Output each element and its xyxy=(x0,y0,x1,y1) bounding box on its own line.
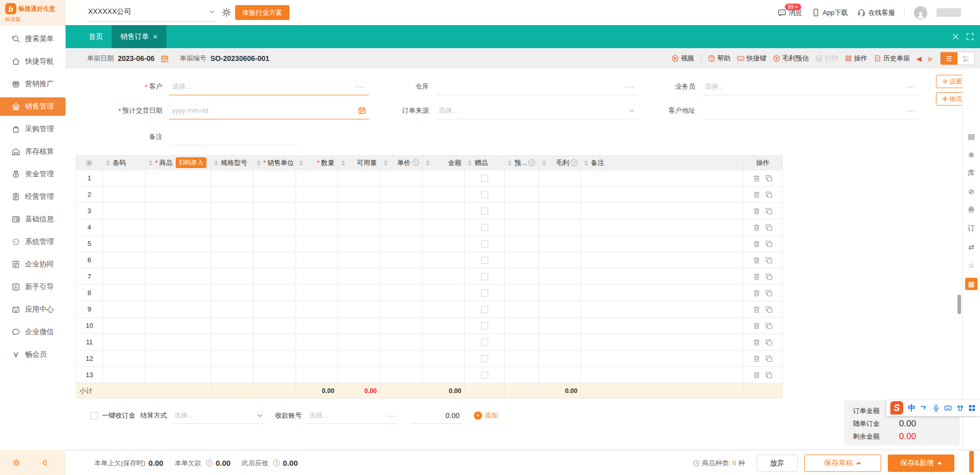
delete-row-icon[interactable] xyxy=(753,273,760,280)
cell-qty[interactable] xyxy=(296,269,338,285)
help-icon[interactable]: ? xyxy=(206,460,213,466)
cell-price[interactable] xyxy=(381,269,423,285)
toolbox-icon[interactable] xyxy=(968,404,976,412)
sidebar-item-funds[interactable]: 资金管理 xyxy=(0,165,66,183)
cell-profit[interactable] xyxy=(539,301,581,318)
cell-estimate[interactable] xyxy=(505,187,539,203)
delete-row-icon[interactable] xyxy=(753,290,760,297)
cell-product[interactable] xyxy=(145,187,211,203)
sidebar-item-member[interactable]: V畅会员 xyxy=(0,345,66,364)
cell-profit[interactable] xyxy=(539,318,581,334)
cell-qty[interactable] xyxy=(296,219,338,236)
more-icon[interactable]: ··· xyxy=(906,82,916,91)
gift-checkbox[interactable] xyxy=(481,306,488,313)
cancel-button[interactable]: 放弃 xyxy=(757,455,798,472)
cell-available[interactable] xyxy=(338,219,381,236)
gift-checkbox[interactable] xyxy=(481,175,488,182)
operations-button[interactable]: 操作 xyxy=(845,54,867,63)
cell-spec[interactable] xyxy=(211,318,254,334)
cell-price[interactable] xyxy=(381,367,423,383)
sort-arrows-icon[interactable] xyxy=(214,160,218,166)
sort-arrows-icon[interactable] xyxy=(257,160,261,166)
cell-spec[interactable] xyxy=(211,285,254,301)
cell-remark[interactable] xyxy=(581,334,743,350)
cell-unit[interactable] xyxy=(254,350,296,367)
cell-available[interactable] xyxy=(338,203,381,219)
cell-unit[interactable] xyxy=(254,269,296,285)
sort-arrows-icon[interactable] xyxy=(149,160,153,166)
warehouse-input[interactable]: ··· xyxy=(435,78,638,95)
gift-checkbox[interactable] xyxy=(481,224,488,231)
copy-row-icon[interactable] xyxy=(765,208,773,215)
cell-amount[interactable] xyxy=(423,170,465,187)
gift-checkbox[interactable] xyxy=(481,339,488,346)
copy-row-icon[interactable] xyxy=(765,273,773,280)
cell-qty[interactable] xyxy=(296,252,338,269)
company-settings-gear-icon[interactable] xyxy=(221,7,232,17)
cell-qty[interactable] xyxy=(296,170,338,187)
cell-unit[interactable] xyxy=(254,236,296,252)
sort-arrows-icon[interactable] xyxy=(542,160,546,166)
sort-arrows-icon[interactable] xyxy=(341,160,345,166)
cell-product[interactable] xyxy=(145,252,211,269)
gift-checkbox[interactable] xyxy=(481,208,488,215)
history-button[interactable]: 历史单据 xyxy=(874,54,910,63)
cell-qty[interactable] xyxy=(296,187,338,203)
cell-available[interactable] xyxy=(338,334,381,350)
sidebar-item-system[interactable]: 系统管理 xyxy=(0,233,66,251)
cell-barcode[interactable] xyxy=(103,367,145,383)
order-source-select[interactable]: 选择... xyxy=(435,102,638,119)
cell-barcode[interactable] xyxy=(103,170,145,187)
copy-row-icon[interactable] xyxy=(765,322,773,329)
cell-profit[interactable] xyxy=(539,285,581,301)
column-header-available[interactable]: 可用量 xyxy=(338,156,381,170)
column-header-price[interactable]: 单价? xyxy=(381,156,423,170)
collapse-sidebar-icon[interactable] xyxy=(40,459,48,467)
customer-input[interactable]: 选择... ··· xyxy=(169,78,369,95)
doc-no-value[interactable]: SO-20230606-001 xyxy=(211,54,269,63)
column-header-estimate[interactable]: 预...? xyxy=(505,156,539,170)
cell-qty[interactable] xyxy=(296,334,338,350)
cell-spec[interactable] xyxy=(211,203,254,219)
scan-input-button[interactable]: 扫码录入 xyxy=(176,157,206,168)
punctuation-icon[interactable] xyxy=(920,404,928,412)
cell-estimate[interactable] xyxy=(505,170,539,187)
cell-spec[interactable] xyxy=(211,350,254,367)
sidebar-item-app-center[interactable]: 应用中心 xyxy=(0,300,66,319)
delete-row-icon[interactable] xyxy=(753,191,760,198)
strip-warehouse-icon[interactable]: 库 xyxy=(965,167,977,179)
cell-price[interactable] xyxy=(381,334,423,350)
add-payment-button[interactable]: + 添加 xyxy=(474,411,498,420)
column-header-product[interactable]: *商品扫码录入 xyxy=(145,156,211,170)
cell-available[interactable] xyxy=(338,236,381,252)
cell-qty[interactable] xyxy=(296,301,338,318)
help-icon[interactable]: ? xyxy=(412,159,419,166)
strip-order-icon[interactable]: 订 xyxy=(965,222,977,235)
cell-unit[interactable] xyxy=(254,203,296,219)
strip-ban-icon[interactable]: ⊘ xyxy=(965,185,977,198)
sort-arrows-icon[interactable] xyxy=(584,160,588,166)
sidebar-item-inventory[interactable]: 库存核算 xyxy=(0,142,66,161)
cell-estimate[interactable] xyxy=(505,318,539,334)
gift-checkbox[interactable] xyxy=(481,371,488,379)
delete-row-icon[interactable] xyxy=(753,355,760,362)
cell-barcode[interactable] xyxy=(103,252,145,269)
list-view-button[interactable] xyxy=(941,52,957,65)
cell-remark[interactable] xyxy=(581,187,743,203)
skin-icon[interactable] xyxy=(956,404,964,412)
online-service-button[interactable]: 在线客服 xyxy=(857,8,895,17)
cell-profit[interactable] xyxy=(539,334,581,350)
delete-row-icon[interactable] xyxy=(753,224,760,231)
cell-spec[interactable] xyxy=(211,367,254,383)
trial-plan-button[interactable]: 体验行业方案 xyxy=(235,5,289,20)
cell-barcode[interactable] xyxy=(103,203,145,219)
copy-row-icon[interactable] xyxy=(765,339,773,346)
cell-available[interactable] xyxy=(338,252,381,269)
cell-profit[interactable] xyxy=(539,350,581,367)
cell-price[interactable] xyxy=(381,301,423,318)
sidebar-item-search-menu[interactable]: 搜索菜单 xyxy=(0,30,66,48)
cell-amount[interactable] xyxy=(423,269,465,285)
cell-available[interactable] xyxy=(338,350,381,367)
cell-amount[interactable] xyxy=(423,187,465,203)
sort-arrows-icon[interactable] xyxy=(106,160,110,166)
